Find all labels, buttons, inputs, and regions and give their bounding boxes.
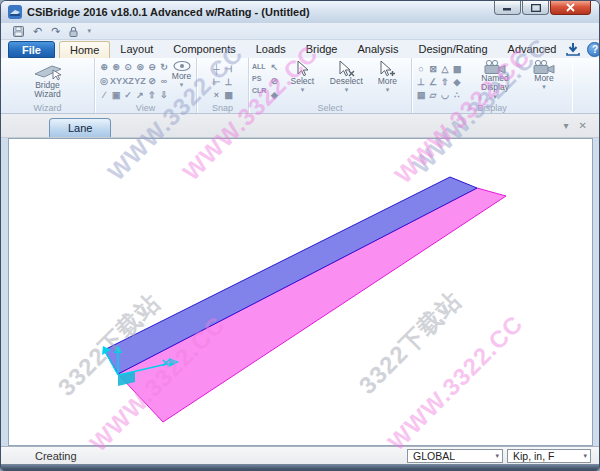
select-text-buttons: ALL PS CLR [252, 60, 266, 102]
select-more-dropdown-icon: ▾ [386, 86, 390, 94]
zoom-in-icon[interactable]: ⊛ [110, 60, 122, 73]
select-button[interactable]: Select ▾ [282, 60, 322, 102]
window-list-dropdown-icon[interactable]: ▾ [564, 121, 569, 131]
maximize-button[interactable] [522, 1, 549, 15]
bridge-deck-3d-view [9, 139, 592, 445]
snap-points-icon[interactable]: ┼ [211, 62, 223, 75]
show-masses-icon[interactable]: ◆ [451, 75, 463, 88]
select-more-label: More [378, 77, 397, 86]
draw-line-icon[interactable]: ∕ [98, 88, 110, 101]
tab-advanced[interactable]: Advanced [498, 41, 567, 58]
named-view-icon[interactable]: ⊘ [146, 74, 158, 87]
zoom-extents-icon[interactable]: ⊙ [122, 60, 134, 73]
snap-midpoints-icon[interactable]: ⊢ [211, 75, 223, 88]
show-supports-icon[interactable]: ⊥ [415, 75, 427, 88]
perspective-icon[interactable]: ◎ [98, 74, 110, 87]
tab-components[interactable]: Components [163, 41, 245, 58]
close-view-icon[interactable]: ✕ [579, 121, 587, 131]
redo-icon[interactable]: ↷ [51, 26, 60, 37]
show-cables-icon[interactable]: ◡ [439, 89, 451, 102]
zoom-out-icon[interactable]: ⊖ [146, 60, 158, 73]
select-label: Select [291, 77, 315, 86]
show-joints-icon[interactable]: ○ [415, 62, 427, 75]
coord-dropdown-icon: ▾ [495, 452, 499, 460]
snap-ends-icon[interactable]: ⊣ [223, 62, 235, 75]
select-polygon-icon[interactable]: ◆ [268, 88, 280, 101]
display-more-button[interactable]: More ▾ [527, 60, 561, 102]
video-camera-icon [483, 60, 507, 74]
tab-layout[interactable]: Layout [110, 41, 163, 58]
ribbon-group-snap: ┼⊣⊢⊥×▦ Snap [197, 58, 249, 113]
view-yz-icon[interactable]: YZ [134, 74, 146, 87]
view-xy-icon[interactable]: XY [110, 74, 122, 87]
select-all-button[interactable]: ALL [252, 60, 266, 72]
units-value: Kip, in, F [513, 450, 554, 462]
show-local-axes-icon[interactable]: ∠ [427, 75, 439, 88]
show-frames-icon[interactable]: ⊠ [427, 62, 439, 75]
save-icon[interactable] [13, 26, 24, 37]
pointer-window-icon[interactable]: ↖ [268, 60, 280, 73]
coordinate-system-select[interactable]: GLOBAL ▾ [407, 449, 503, 463]
deselect-label: Deselect [330, 77, 363, 86]
view-xz-icon[interactable]: XZ [122, 74, 134, 87]
show-checks-icon[interactable]: ✓ [122, 88, 134, 101]
tab-lane-view[interactable]: Lane [49, 118, 111, 137]
grid-visibility-icon[interactable]: ▣ [110, 88, 122, 101]
clear-selection-button[interactable]: CLR [252, 84, 266, 96]
select-more-button[interactable]: More ▾ [370, 60, 404, 102]
deck-area-magenta[interactable] [118, 188, 506, 422]
view-direction-icon[interactable]: ↗ [134, 88, 146, 101]
rotate-3d-icon[interactable]: ↻ [158, 60, 170, 73]
view-icon-grid: ⊕⊛⊙⊚⊖↻◎XYXZYZ⊘∞∕▣✓↗⇧⇩ [98, 60, 170, 102]
view-more-button[interactable]: More ▾ [170, 60, 193, 102]
move-up-icon[interactable]: ⇧ [146, 88, 158, 101]
tab-analysis[interactable]: Analysis [347, 41, 408, 58]
lane-area-blue[interactable] [104, 177, 477, 374]
window-bottom-frame [1, 464, 599, 471]
move-down-icon[interactable]: ⇩ [158, 88, 170, 101]
tab-loads[interactable]: Loads [246, 41, 296, 58]
named-display-button[interactable]: Named Display ▾ [466, 60, 524, 102]
view-more-dropdown-icon: ▾ [180, 81, 184, 89]
zoom-window-icon[interactable]: ⊕ [98, 60, 110, 73]
show-misc-icon[interactable]: ∴ [451, 89, 463, 102]
qat-customize-dropdown-icon[interactable]: ▾ [87, 27, 91, 35]
ribbon-group-view: ⊕⊛⊙⊚⊖↻◎XYXZYZ⊘∞∕▣✓↗⇧⇩ More ▾ View [95, 58, 197, 113]
select-icon-grid: ↖⊘◆ [268, 60, 280, 102]
snap-intersections-icon[interactable]: × [211, 88, 223, 101]
select-previous-button[interactable]: PS [252, 72, 266, 84]
snap-perpendicular-icon[interactable]: ⊥ [223, 75, 235, 88]
cursor-plus-icon [379, 60, 396, 77]
group-caption-snap: Snap [197, 103, 248, 113]
minimize-icon [503, 4, 512, 11]
window-title: CSiBridge 2016 v18.0.1 Advanced w/Rating… [27, 6, 310, 18]
undo-icon[interactable]: ↶ [33, 26, 42, 37]
tab-design-rating[interactable]: Design/Rating [408, 41, 497, 58]
show-extrude-icon[interactable]: ▱ [427, 89, 439, 102]
deselect-button[interactable]: Deselect ▾ [324, 60, 368, 102]
model-viewport[interactable] [8, 138, 593, 446]
display-icon-grid: ○⊠△▩⊥∠⇧◆▤▱◡∴ [415, 62, 463, 102]
invert-selection-icon[interactable]: ⊘ [268, 74, 280, 87]
document-tab-bar: Lane ▾ ✕ [1, 114, 599, 138]
show-solids-icon[interactable]: ▩ [451, 62, 463, 75]
titlebar[interactable]: CSiBridge 2016 v18.0.1 Advanced w/Rating… [1, 1, 599, 23]
tab-home[interactable]: Home [59, 41, 110, 58]
download-updates-icon[interactable] [566, 43, 580, 56]
tab-file[interactable]: File [8, 41, 55, 58]
snap-grid-icon[interactable]: ▦ [223, 88, 235, 101]
show-tables-icon[interactable]: ▤ [415, 89, 427, 102]
bridge-wizard-button[interactable]: Bridge Wizard [17, 61, 79, 100]
object-limits-icon[interactable]: ∞ [158, 74, 170, 87]
units-select[interactable]: Kip, in, F ▾ [507, 449, 591, 463]
window-controls [493, 1, 591, 15]
zoom-previous-icon[interactable]: ⊚ [134, 60, 146, 73]
help-icon[interactable]: ? [587, 42, 600, 57]
show-loads-icon[interactable]: ⇧ [439, 75, 451, 88]
minimize-button[interactable] [494, 1, 521, 15]
show-shells-icon[interactable]: △ [439, 62, 451, 75]
named-display-label: Named Display [472, 74, 518, 93]
close-button[interactable] [550, 1, 591, 15]
lock-icon[interactable] [69, 26, 78, 37]
tab-bridge[interactable]: Bridge [296, 41, 348, 58]
